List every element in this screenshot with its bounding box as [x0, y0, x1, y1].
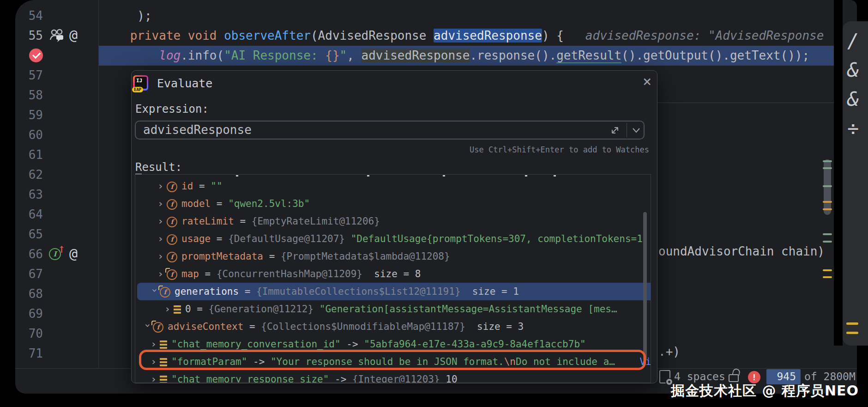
expand-chevron-icon[interactable]: › [157, 265, 167, 283]
tree-scrollbar-thumb[interactable] [643, 212, 647, 361]
field-icon: f [167, 234, 177, 245]
intellij-eap-logo-icon: IJ EAP [133, 75, 148, 91]
text-segment: size = 1 [461, 286, 519, 297]
text-segment: "AI Response: [224, 49, 325, 62]
expand-chevron-icon[interactable]: › [151, 371, 160, 383]
gutter-divider [98, 0, 99, 368]
text-segment: size = 8 [362, 268, 421, 279]
tree-row[interactable]: ›fgenerations = {ImmutableCollections$Li… [137, 283, 651, 300]
gutter-line-number[interactable]: 65 [15, 225, 43, 244]
tree-row[interactable]: ›fusage = {DefaultUsage@11207} "DefaultU… [135, 230, 651, 248]
expand-chevron-icon[interactable]: › [157, 177, 167, 195]
field-icon: f [160, 287, 170, 298]
dialog-title: Evaluate [157, 77, 212, 90]
gutter-line-number[interactable]: 60 [15, 125, 43, 145]
edge-code-glyph: ÷ [847, 117, 859, 140]
gutter-line-number[interactable]: 64 [15, 205, 43, 225]
tree-row[interactable]: ›fmap = {ConcurrentHashMap@11209} size =… [135, 265, 651, 283]
text-segment: {ImmutableCollections$List12@11191} [256, 286, 461, 297]
expand-chevron-icon[interactable]: › [157, 248, 167, 265]
text-segment: size = 3 [465, 321, 524, 332]
code-line[interactable]: private void observeAfter(AdvisedRespons… [101, 26, 824, 46]
window-edge-gap [834, 0, 843, 346]
annotation-at-icon[interactable]: @ [69, 28, 78, 42]
implementing-marker-icon[interactable]: I↑ [49, 248, 61, 260]
text-segment: -> [247, 356, 271, 367]
field-icon: f [167, 182, 177, 192]
stripe-mark [823, 160, 832, 162]
element-icon [174, 305, 181, 314]
text-segment: adviseContext [168, 321, 243, 332]
text-segment: Do not include a… [516, 356, 615, 367]
text-segment: \n [504, 356, 516, 367]
tree-row[interactable]: ›fpromptMetadata = {PromptMetadata$lambd… [135, 248, 651, 265]
close-icon[interactable]: × [643, 74, 651, 89]
tree-row[interactable]: ›fmodel = "qwen2.5vl:3b" [135, 195, 651, 213]
gutter-line-number[interactable]: 55 [15, 26, 43, 46]
tree-row[interactable]: ›fid = "" [135, 177, 651, 195]
text-segment: observeAfter [224, 29, 311, 43]
stripe-mark [823, 208, 832, 210]
code-line[interactable]: ); [101, 6, 152, 26]
gutter-line-number[interactable]: 58 [15, 85, 43, 105]
expand-chevron-icon[interactable]: › [151, 353, 160, 371]
expand-chevron-icon[interactable]: › [164, 300, 174, 318]
expression-value[interactable]: advisedResponse [143, 121, 252, 140]
text-segment: model [181, 198, 211, 209]
text-segment: map [181, 268, 199, 279]
gutter-line-number[interactable]: 70 [15, 324, 43, 344]
code-vision-users-icon[interactable] [49, 29, 66, 43]
gutter-line-number[interactable]: 66 [15, 244, 43, 264]
gutter-line-number[interactable]: 68 [15, 284, 43, 304]
expand-chevron-icon[interactable]: › [157, 213, 167, 230]
indent-file-icon [659, 370, 670, 383]
tree-row[interactable]: ›0 = {Generation@11212} "Generation[assi… [135, 300, 651, 318]
code-fragment: .+) [658, 342, 680, 362]
edge-code-glyph: & [847, 88, 859, 110]
text-segment: private void [130, 29, 224, 43]
gutter-line-number[interactable]: 62 [15, 165, 43, 185]
expand-chevron-icon[interactable]: › [157, 195, 167, 213]
history-chevron-icon[interactable] [631, 126, 642, 134]
breakpoint-icon[interactable] [29, 49, 43, 62]
gutter-line-number[interactable]: 67 [15, 264, 43, 284]
gutter-line-number[interactable]: 59 [15, 105, 43, 125]
text-segment [101, 49, 159, 62]
annotation-at-icon[interactable]: @ [69, 247, 78, 261]
up-arrow-icon: ↑ [58, 244, 66, 255]
text-segment: ) { [542, 29, 564, 43]
text-segment: {DefaultUsage@11207} [228, 233, 345, 244]
clipped-row-mark [554, 175, 556, 176]
gutter-line-number[interactable]: 54 [15, 6, 43, 26]
text-segment: -> [341, 339, 364, 350]
text-segment: generations [175, 286, 239, 297]
unlocked-padlock-icon[interactable] [729, 370, 739, 382]
tree-row[interactable]: ›"formatParam" -> "Your response should … [135, 353, 651, 371]
text-segment: = [211, 233, 228, 244]
tree-row[interactable]: ›"chat_memory_conversation_id" -> "5abfa… [135, 335, 651, 353]
expand-editor-icon[interactable] [609, 125, 621, 136]
watermark: 掘金技术社区 @ 程序员NEO [671, 382, 859, 401]
text-segment: "formatParam" [171, 356, 247, 367]
tree-row[interactable]: ›"chat_memory_response_size" -> {Integer… [135, 371, 651, 383]
field-icon: f [153, 322, 163, 333]
expression-label: Expression: [135, 103, 209, 115]
gutter-line-number[interactable]: 69 [15, 304, 43, 324]
gutter-line-number[interactable]: 61 [15, 145, 43, 165]
code-line[interactable]: log.info("AI Response: {}", advisedRespo… [101, 46, 809, 66]
expand-chevron-icon[interactable]: › [157, 230, 167, 248]
gutter-line-number[interactable]: 57 [15, 66, 43, 85]
text-segment: 10 [440, 374, 458, 383]
text-segment: {} [325, 49, 339, 62]
text-segment: -> [329, 374, 352, 383]
gutter-line-number[interactable]: 71 [15, 344, 43, 364]
result-tree: ›fid = ""›fmodel = "qwen2.5vl:3b"›frateL… [135, 174, 651, 383]
text-segment: .response(). [470, 49, 556, 62]
gutter-line-number[interactable]: 63 [15, 185, 43, 205]
tree-row[interactable]: ›frateLimit = {EmptyRateLimit@11206} [135, 213, 651, 230]
expand-chevron-icon[interactable]: › [151, 335, 160, 353]
tree-row[interactable]: ›fadviseContext = {Collections$Unmodifia… [135, 318, 651, 335]
element-icon [160, 376, 167, 383]
stripe-mark [823, 269, 832, 271]
text-segment: = [193, 181, 211, 192]
